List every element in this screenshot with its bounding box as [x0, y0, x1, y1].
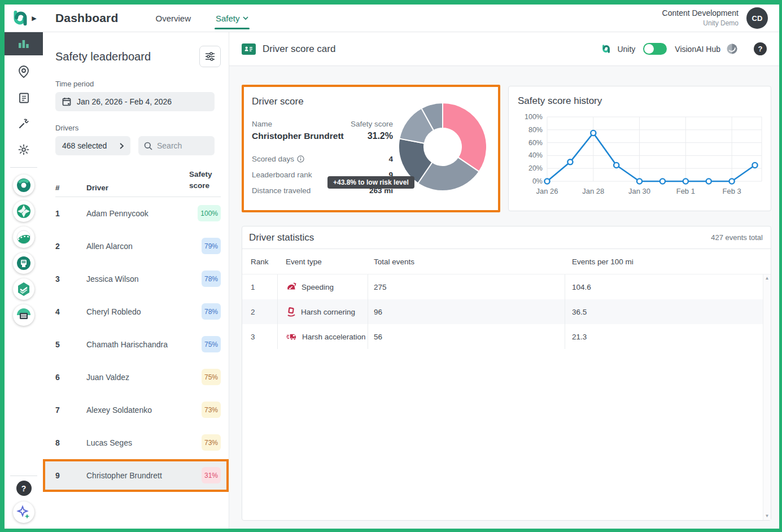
row-driver-name: Alexey Soldatenko: [86, 405, 202, 415]
map-pin-icon: [18, 65, 30, 79]
stats-header-row: Rank Event type Total events Events per …: [242, 249, 771, 274]
stats-row-total: 96: [368, 299, 565, 324]
sidebar-item-dashboard[interactable]: [5, 32, 43, 55]
search-placeholder: Search: [157, 141, 182, 150]
stats-row-event: Harsh cornering: [277, 299, 368, 324]
app-logo-2[interactable]: [13, 200, 34, 222]
leaderboard-row[interactable]: 4 Cheryl Robledo 78%: [43, 295, 229, 328]
help-button[interactable]: ?: [16, 481, 32, 496]
svg-text:Jan 30: Jan 30: [628, 187, 650, 195]
stats-row[interactable]: 2 Harsh cornering 96 36.5: [242, 299, 771, 324]
avatar[interactable]: CD: [746, 7, 768, 29]
scroll-down-icon[interactable]: ▼: [765, 514, 770, 518]
leaderboard-row[interactable]: 1 Adam Pennycook 100%: [43, 197, 229, 230]
drivers-label: Drivers: [55, 124, 221, 132]
stats-body: 1 Speeding 275 104.62 Harsh cornering 96…: [242, 274, 771, 520]
hub-toggle[interactable]: [643, 43, 667, 55]
stats-col-total: Total events: [368, 258, 565, 266]
col-rank: #: [55, 184, 86, 192]
header-account-area: Content Development Unity Demo CD: [662, 7, 779, 29]
stats-row[interactable]: 1 Speeding 275 104.6: [242, 274, 771, 299]
leaderboard-row[interactable]: 8 Lucas Seges 73%: [43, 426, 229, 459]
driver-score-card-icon: [242, 43, 256, 55]
main-content: Driver score Name Safety score Christoph…: [229, 66, 779, 529]
main-header: Driver score card Unity VisionAI Hub ?: [229, 32, 779, 66]
tab-safety[interactable]: Safety: [216, 5, 248, 32]
help-icon[interactable]: ?: [754, 42, 767, 55]
leaderboard-title: Safety leaderboard: [55, 50, 151, 63]
stats-scrollbar[interactable]: ▲ ▼: [763, 274, 771, 520]
leaderboard-row[interactable]: 2 Allen Alarcon 79%: [43, 230, 229, 263]
ai-assistant-button[interactable]: [13, 502, 34, 523]
score-badge: 31%: [202, 467, 221, 483]
search-input[interactable]: Search: [138, 136, 215, 155]
leaderboard-row[interactable]: 5 Chamath Harischandra 75%: [43, 328, 229, 361]
leaderboard-row[interactable]: 9 Christopher Brundrett 31%: [43, 459, 229, 492]
app-logo-4[interactable]: [13, 252, 34, 274]
leaderboard-row[interactable]: 3 Jessica Wilson 78%: [43, 263, 229, 295]
app-logo-3[interactable]: [13, 226, 34, 248]
stats-row-per100: 104.6: [565, 283, 771, 291]
row-driver-name: Jessica Wilson: [86, 274, 202, 284]
app-logo-6[interactable]: [13, 304, 34, 326]
stats-col-rank: Rank: [242, 258, 277, 266]
svg-text:Jan 26: Jan 26: [536, 187, 558, 195]
time-period-value: Jan 26, 2026 - Feb 4, 2026: [77, 97, 172, 106]
driver-score-card: Driver score Name Safety score Christoph…: [242, 85, 500, 212]
row-driver-name: Allen Alarcon: [86, 242, 202, 251]
search-icon: [144, 142, 152, 150]
tab-overview[interactable]: Overview: [156, 5, 191, 32]
driver-name: Christopher Brundrett: [252, 131, 344, 141]
app-logo-1[interactable]: [13, 175, 34, 196]
drivers-select-button[interactable]: 468 selected: [55, 136, 130, 155]
filter-button[interactable]: [199, 46, 221, 67]
row-driver-name: Chamath Harischandra: [86, 340, 202, 349]
row-driver-name: Cheryl Robledo: [86, 307, 202, 316]
svg-text:0%: 0%: [532, 177, 543, 185]
logo-area[interactable]: ▶: [5, 8, 43, 28]
gear-icon: [18, 143, 30, 156]
sidebar-item-reports[interactable]: [5, 86, 43, 110]
leaderboard-row[interactable]: 6 Juan Valdez 75%: [43, 361, 229, 394]
time-period-input[interactable]: Jan 26, 2026 - Feb 4, 2026: [55, 92, 215, 111]
safety-score-label: Safety score: [351, 120, 393, 128]
sidebar-item-settings[interactable]: [5, 138, 43, 162]
leaderboard-row[interactable]: 7 Alexey Soldatenko 73%: [43, 394, 229, 426]
info-icon[interactable]: [297, 155, 304, 163]
row-rank: 5: [55, 340, 86, 349]
sidebar-item-tools[interactable]: [5, 112, 43, 136]
sidebar-expand-icon[interactable]: ▶: [32, 15, 36, 21]
sliders-icon: [204, 51, 216, 62]
left-sidebar: ?: [5, 32, 43, 529]
row-rank: 3: [55, 274, 86, 284]
sidebar-bottom: ?: [5, 470, 43, 529]
dashboard-app: ▶ Dashboard Overview Safety Content Deve…: [0, 0, 782, 532]
harsh-cornering-icon: [286, 307, 296, 317]
stats-row[interactable]: 3 Harsh acceleration 56 21.3: [242, 324, 771, 349]
calendar-icon: [62, 97, 71, 106]
scroll-up-icon[interactable]: ▲: [765, 276, 770, 281]
bar-chart-icon: [18, 38, 30, 50]
account-name: Content Development: [662, 8, 739, 19]
row-rank: 4: [55, 307, 86, 316]
app-logo-5[interactable]: [13, 278, 34, 300]
scored-days-label: Scored days: [252, 155, 304, 163]
sidebar-item-map[interactable]: [5, 60, 43, 84]
stats-total-events: 427 events total: [711, 233, 763, 242]
svg-text:80%: 80%: [528, 126, 543, 134]
row-driver-name: Christopher Brundrett: [86, 471, 202, 480]
account-info: Content Development Unity Demo: [662, 8, 739, 28]
svg-text:20%: 20%: [528, 164, 543, 172]
svg-text:40%: 40%: [528, 151, 543, 159]
nav-tabs: Overview Safety: [156, 5, 248, 32]
safety-leaderboard-panel: Safety leaderboard Time period: [43, 32, 229, 529]
stats-row-per100: 21.3: [565, 333, 771, 341]
row-driver-name: Juan Valdez: [86, 373, 202, 382]
row-rank: 8: [55, 438, 86, 447]
sidebar-bottom-divider: [10, 476, 37, 476]
main-title: Driver score card: [263, 43, 335, 55]
name-label: Name: [252, 120, 272, 128]
visionai-logo-icon: [726, 43, 738, 55]
leaderboard-rank-label: Leaderboard rank: [252, 171, 312, 179]
stats-row-total: 56: [368, 324, 565, 349]
